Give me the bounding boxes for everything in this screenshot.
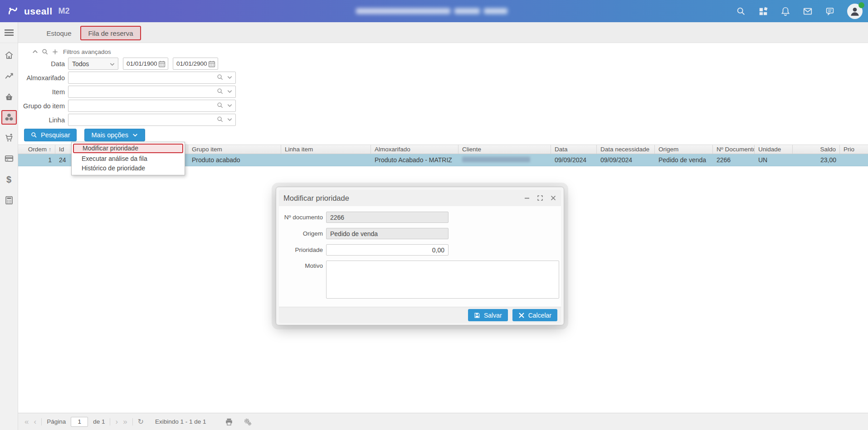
- cell-data: 09/09/2024: [551, 154, 597, 166]
- print-icon[interactable]: [225, 418, 233, 426]
- lookup-search-icon[interactable]: [217, 74, 224, 81]
- search-icon[interactable]: [736, 6, 746, 16]
- field-triggers: [217, 102, 233, 109]
- pesquisar-button[interactable]: Pesquisar: [24, 129, 77, 141]
- blur-segment: [356, 8, 450, 14]
- user-avatar[interactable]: [847, 4, 863, 19]
- next-page-icon[interactable]: [115, 418, 118, 425]
- linha-input[interactable]: [68, 114, 236, 126]
- stock-boxes-icon[interactable]: [1, 110, 17, 125]
- advanced-filters-row: Filtros avançados: [32, 48, 336, 56]
- col-no-documento[interactable]: Nº Documento: [713, 145, 755, 154]
- col-prioridade[interactable]: Prio: [840, 145, 868, 154]
- maximize-icon[interactable]: [537, 195, 543, 201]
- home-icon[interactable]: [4, 50, 14, 60]
- sidebar-nav: $: [0, 43, 18, 205]
- basket-icon[interactable]: [4, 92, 14, 102]
- motivo-label: Motivo: [279, 261, 326, 269]
- origem-input: [326, 228, 449, 239]
- col-unidade[interactable]: Unidade: [755, 145, 793, 154]
- close-icon[interactable]: [550, 195, 556, 201]
- prioridade-row: Prioridade: [279, 244, 449, 256]
- data-select[interactable]: Todos: [68, 58, 118, 70]
- lookup-search-icon[interactable]: [217, 102, 224, 109]
- cell-no-documento: 2266: [713, 154, 755, 166]
- credit-card-icon[interactable]: [4, 154, 14, 164]
- menu-item-modificar-prioridade[interactable]: Modificar prioridade: [73, 144, 183, 153]
- notifications-bell-icon[interactable]: [780, 6, 790, 16]
- cart-add-icon[interactable]: [4, 133, 14, 143]
- col-cliente[interactable]: Cliente: [458, 145, 551, 154]
- page-number-input[interactable]: [71, 417, 88, 427]
- almoxarifado-input[interactable]: [68, 72, 236, 84]
- grupo-do-item-input[interactable]: [68, 100, 236, 112]
- field-triggers: [217, 88, 233, 95]
- filter-search-icon[interactable]: [42, 48, 49, 55]
- settings-gears-icon[interactable]: [244, 418, 252, 426]
- tab-estoque[interactable]: Estoque: [32, 26, 86, 40]
- advanced-filters-label: Filtros avançados: [63, 48, 111, 55]
- calendar-icon[interactable]: [158, 60, 166, 68]
- app-window: useall M2: [0, 0, 868, 430]
- sort-asc-icon: [49, 146, 51, 153]
- calendar-icon[interactable]: [208, 60, 215, 68]
- prioridade-input[interactable]: [326, 244, 449, 256]
- col-origem[interactable]: Origem: [655, 145, 713, 154]
- mais-opcoes-menu: Modificar prioridade Executar análise da…: [71, 142, 185, 175]
- lookup-search-icon[interactable]: [217, 88, 224, 95]
- chevron-down-icon[interactable]: [226, 88, 233, 95]
- item-input[interactable]: [68, 86, 236, 98]
- col-almoxarifado[interactable]: Almoxarifado: [371, 145, 458, 154]
- chevron-down-icon[interactable]: [226, 116, 233, 123]
- almoxarifado-field: [68, 72, 236, 84]
- mais-opcoes-button[interactable]: Mais opções: [84, 129, 145, 141]
- prev-page-icon[interactable]: [34, 418, 36, 425]
- data-label: Data: [18, 60, 68, 68]
- top-icon-group: [736, 0, 863, 22]
- item-field: [68, 86, 236, 98]
- modificar-prioridade-dialog: Modificar prioridade Nº documento Origem: [276, 187, 564, 325]
- date-to-input[interactable]: [173, 58, 207, 69]
- collapse-chevron-icon[interactable]: [32, 48, 39, 55]
- date-from-input[interactable]: [123, 58, 157, 69]
- dollar-icon[interactable]: $: [4, 174, 14, 184]
- origem-row: Origem: [279, 228, 449, 239]
- last-page-icon[interactable]: [123, 418, 127, 425]
- col-ordem[interactable]: Ordem: [18, 145, 55, 154]
- blur-segment: [454, 8, 480, 14]
- chart-trend-icon[interactable]: [4, 71, 14, 81]
- tab-fila-de-reserva[interactable]: Fila de reserva: [80, 26, 141, 40]
- almoxarifado-label: Almoxarifado: [18, 74, 68, 82]
- col-saldo[interactable]: Saldo: [793, 145, 840, 154]
- col-linha-item[interactable]: Linha item: [281, 145, 371, 154]
- chevron-down-icon[interactable]: [226, 102, 233, 109]
- salvar-button[interactable]: Salvar: [468, 309, 508, 321]
- menu-item-executar-analise[interactable]: Executar análise da fila: [72, 154, 185, 164]
- mail-icon[interactable]: [803, 6, 813, 16]
- col-data[interactable]: Data: [551, 145, 597, 154]
- refresh-icon[interactable]: [138, 418, 144, 425]
- motivo-textarea[interactable]: [326, 261, 559, 299]
- minimize-icon[interactable]: [524, 195, 530, 201]
- menu-item-historico-prioridade[interactable]: Histórico de prioridade: [72, 164, 185, 173]
- field-triggers: [217, 74, 233, 81]
- no-documento-input: [326, 212, 449, 223]
- col-grupo-item[interactable]: Grupo item: [188, 145, 281, 154]
- logo-wave-icon: [7, 5, 20, 17]
- hamburger-menu-icon[interactable]: [0, 22, 18, 43]
- add-filter-plus-icon[interactable]: [52, 48, 59, 55]
- logo-text: useall: [24, 6, 53, 17]
- cancelar-button[interactable]: Calcelar: [512, 309, 557, 321]
- lookup-search-icon[interactable]: [217, 116, 224, 123]
- cell-unidade: UN: [755, 154, 793, 166]
- chevron-down-icon[interactable]: [226, 74, 233, 81]
- first-page-icon[interactable]: [24, 418, 29, 425]
- calculator-icon[interactable]: [4, 195, 14, 205]
- filter-row-linha: Linha: [18, 114, 336, 126]
- logo-suffix: M2: [59, 6, 70, 16]
- dialog-title-bar[interactable]: Modificar prioridade: [279, 190, 561, 206]
- chat-icon[interactable]: [825, 6, 835, 16]
- col-data-necessidade[interactable]: Data necessidade: [597, 145, 655, 154]
- useall-logo: useall M2: [7, 5, 70, 17]
- apps-grid-icon[interactable]: [758, 6, 768, 16]
